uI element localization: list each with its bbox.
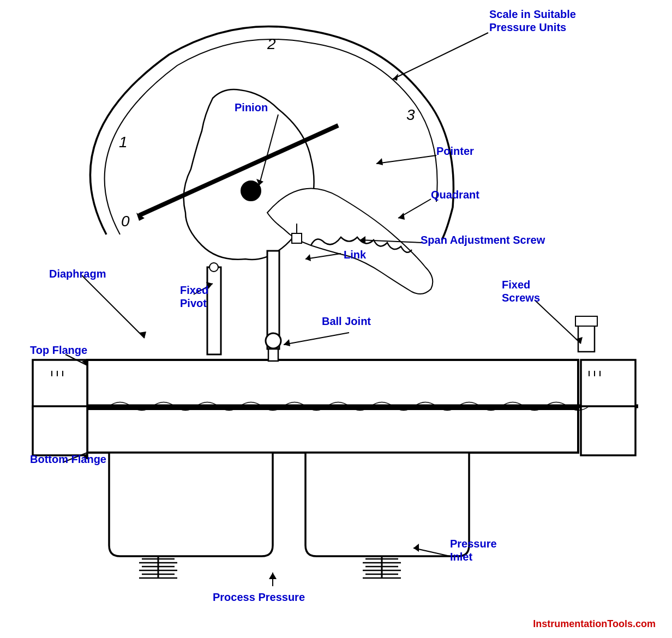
svg-point-11	[209, 263, 218, 272]
svg-text:0: 0	[121, 213, 130, 230]
svg-marker-49	[398, 213, 405, 220]
svg-marker-55	[139, 332, 146, 338]
watermark: InstrumentationTools.com	[533, 618, 656, 630]
svg-text:2: 2	[267, 35, 276, 52]
fixed-pivot-label: Fixed Pivot	[180, 284, 208, 310]
svg-text:1: 1	[119, 134, 128, 151]
svg-point-6	[241, 181, 261, 201]
diagram-container: 1 2 3 0	[0, 0, 672, 638]
svg-line-42	[393, 33, 488, 79]
span-screw-label: Span Adjustment Screw	[421, 233, 545, 246]
fixed-screws-label: Fixed Screws	[502, 278, 540, 304]
svg-rect-8	[292, 233, 302, 243]
svg-point-12	[266, 333, 281, 348]
svg-line-58	[284, 333, 349, 345]
svg-marker-47	[376, 158, 383, 165]
top-flange-label: Top Flange	[30, 344, 87, 357]
svg-line-46	[376, 155, 436, 164]
svg-marker-67	[269, 573, 277, 579]
svg-rect-41	[575, 316, 597, 326]
scale-label: Scale in Suitable Pressure Units	[489, 8, 576, 34]
svg-text:3: 3	[406, 106, 415, 123]
diaphragm-label: Diaphragm	[49, 267, 106, 280]
process-pressure-label: Process Pressure	[213, 591, 305, 604]
svg-line-60	[535, 300, 581, 344]
svg-rect-10	[207, 267, 221, 354]
svg-line-52	[305, 254, 341, 259]
svg-rect-70	[268, 349, 278, 361]
pointer-label: Pointer	[436, 145, 474, 158]
svg-rect-19	[581, 406, 635, 455]
svg-rect-17	[87, 409, 578, 453]
svg-rect-16	[581, 360, 635, 409]
svg-marker-59	[284, 339, 290, 346]
bottom-flange-label: Bottom Flange	[30, 453, 106, 466]
pinion-label: Pinion	[235, 101, 268, 114]
svg-marker-53	[305, 254, 311, 261]
svg-line-54	[82, 275, 145, 338]
ball-joint-label: Ball Joint	[322, 315, 371, 328]
pressure-inlet-label: Pressure Inlet	[450, 537, 497, 563]
svg-rect-18	[33, 406, 87, 455]
svg-rect-15	[33, 360, 87, 409]
link-label: Link	[344, 248, 366, 261]
svg-rect-13	[87, 360, 578, 409]
quadrant-label: Quadrant	[431, 188, 479, 201]
